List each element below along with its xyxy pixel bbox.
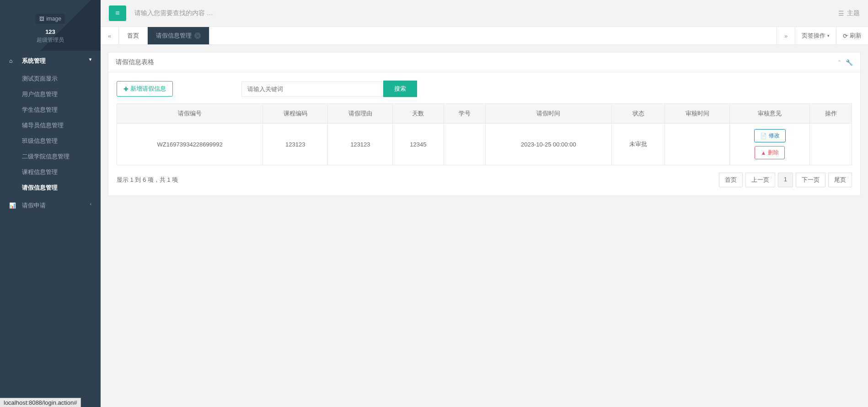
home-icon: ⌂ — [9, 58, 16, 64]
keyword-input[interactable] — [241, 81, 383, 97]
caret-down-icon: ▾ — [827, 33, 830, 38]
content: 请假信息表格 ⌃ 🔧 ✚ 新增请假信息 搜索 — [101, 45, 868, 407]
wrench-icon[interactable]: 🔧 — [846, 59, 853, 66]
data-table: 请假编号 课程编码 请假理由 天数 学号 请假时间 状态 审核时间 审核意见 操… — [117, 103, 852, 165]
col-course-code: 课程编码 — [263, 104, 328, 124]
main: ≡ 请输入您需要查找的内容 … ☰ 主题 « 首页 请假信息管理 ✕ » 页签操… — [101, 0, 868, 407]
tab-ops-label: 页签操作 — [802, 32, 825, 40]
table-info: 显示 1 到 6 项，共 1 项 — [117, 176, 719, 184]
nav-item-test-page[interactable]: 测试页面显示 — [0, 71, 101, 87]
search-button[interactable]: 搜索 — [383, 81, 417, 97]
col-actions: 操作 — [810, 104, 852, 124]
col-leave-id: 请假编号 — [117, 104, 263, 124]
cell-reason: 123123 — [328, 124, 393, 165]
nav-group-label: 系统管理 — [22, 57, 46, 64]
add-label: 新增请假信息 — [130, 85, 166, 93]
profile-name: 123 — [9, 28, 91, 35]
row-actions: 📄 修改 ▲ 删除 — [734, 129, 805, 159]
nav-group-label: 请假申请 — [22, 202, 46, 209]
cell-course-code: 123123 — [263, 124, 328, 165]
chevron-down-icon: ▾ — [89, 57, 91, 62]
tab-leave-mgmt[interactable]: 请假信息管理 ✕ — [148, 27, 209, 44]
plus-icon: ✚ — [123, 86, 129, 92]
nav-item-counselor-mgmt[interactable]: 辅导员信息管理 — [0, 118, 101, 133]
list-icon: ☰ — [838, 10, 844, 17]
panel-head: 请假信息表格 ⌃ 🔧 — [108, 53, 860, 72]
cell-student-id — [444, 124, 485, 165]
cell-leave-id: WZ16973934228699992 — [117, 124, 263, 165]
cell-actions — [810, 124, 852, 165]
tab-scroll-right[interactable]: » — [777, 27, 795, 44]
add-leave-button[interactable]: ✚ 新增请假信息 — [117, 81, 173, 97]
cell-review-comment: 📄 修改 ▲ 删除 — [730, 124, 810, 165]
page-current[interactable]: 1 — [778, 173, 793, 187]
warning-icon: ▲ — [761, 150, 766, 156]
theme-label: 主题 — [847, 9, 860, 17]
cell-review-time — [665, 124, 730, 165]
menu-toggle-button[interactable]: ≡ — [109, 5, 126, 21]
double-right-icon: » — [784, 33, 788, 39]
col-student-id: 学号 — [444, 104, 485, 124]
copy-icon: 📄 — [760, 133, 767, 139]
table-foot: 显示 1 到 6 项，共 1 项 首页 上一页 1 下一页 尾页 — [117, 173, 852, 187]
col-reason: 请假理由 — [328, 104, 393, 124]
tabbar: « 首页 请假信息管理 ✕ » 页签操作 ▾ ⟳ 刷新 — [101, 27, 868, 45]
tab-refresh-label: 刷新 — [850, 32, 862, 40]
refresh-icon: ⟳ — [843, 33, 848, 39]
chart-icon: 📊 — [9, 202, 16, 209]
bars-icon: ≡ — [115, 9, 119, 17]
nav-item-course-mgmt[interactable]: 课程信息管理 — [0, 164, 101, 180]
page-first[interactable]: 首页 — [719, 173, 743, 187]
page-next[interactable]: 下一页 — [796, 173, 825, 187]
edit-label: 修改 — [769, 132, 780, 140]
tab-label: 请假信息管理 — [156, 32, 192, 40]
nav-item-student-mgmt[interactable]: 学生信息管理 — [0, 102, 101, 118]
nav: ⌂ 系统管理 ▾ 测试页面显示 用户信息管理 学生信息管理 辅导员信息管理 班级… — [0, 51, 101, 216]
delete-button[interactable]: ▲ 删除 — [755, 146, 785, 159]
global-search-placeholder[interactable]: 请输入您需要查找的内容 … — [134, 9, 838, 17]
nav-item-user-mgmt[interactable]: 用户信息管理 — [0, 87, 101, 102]
theme-link[interactable]: ☰ 主题 — [838, 9, 860, 17]
nav-sub-system: 测试页面显示 用户信息管理 学生信息管理 辅导员信息管理 班级信息管理 二级学院… — [0, 71, 101, 195]
panel-tools: ⌃ 🔧 — [837, 59, 853, 66]
col-review-comment: 审核意见 — [730, 104, 810, 124]
nav-item-leave-mgmt[interactable]: 请假信息管理 — [0, 180, 101, 195]
tab-ops-dropdown[interactable]: 页签操作 ▾ — [795, 27, 836, 44]
edit-button[interactable]: 📄 修改 — [754, 129, 786, 142]
table-header-row: 请假编号 课程编码 请假理由 天数 学号 请假时间 状态 审核时间 审核意见 操… — [117, 104, 852, 124]
tab-home[interactable]: 首页 — [119, 27, 148, 44]
page-prev[interactable]: 上一页 — [745, 173, 775, 187]
avatar: image — [36, 14, 65, 24]
col-days: 天数 — [393, 104, 444, 124]
tabs: 首页 请假信息管理 ✕ — [119, 27, 777, 44]
topbar: ≡ 请输入您需要查找的内容 … ☰ 主题 — [101, 0, 868, 27]
nav-item-class-mgmt[interactable]: 班级信息管理 — [0, 133, 101, 149]
table-row: WZ16973934228699992 123123 123123 12345 … — [117, 124, 852, 165]
tab-actions: 页签操作 ▾ ⟳ 刷新 — [795, 27, 868, 44]
col-review-time: 审核时间 — [665, 104, 730, 124]
tab-refresh[interactable]: ⟳ 刷新 — [836, 27, 868, 44]
cell-days: 12345 — [393, 124, 444, 165]
panel-body: ✚ 新增请假信息 搜索 请假编号 课程编码 请假理由 天数 学号 — [108, 72, 860, 195]
chevron-left-icon: ‹ — [90, 201, 91, 206]
col-leave-time: 请假时间 — [485, 104, 611, 124]
profile-role: 超级管理员 — [9, 36, 91, 44]
panel: 请假信息表格 ⌃ 🔧 ✚ 新增请假信息 搜索 — [108, 52, 861, 196]
delete-label: 删除 — [768, 149, 779, 157]
cell-status: 未审批 — [611, 124, 665, 165]
panel-title: 请假信息表格 — [116, 58, 837, 66]
sidebar: image 123 超级管理员 ⌂ 系统管理 ▾ 测试页面显示 用户信息管理 学… — [0, 0, 101, 407]
nav-group-leave-apply[interactable]: 📊 请假申请 ‹ — [0, 195, 101, 216]
close-icon[interactable]: ✕ — [194, 33, 201, 39]
page-last[interactable]: 尾页 — [828, 173, 852, 187]
tab-scroll-left[interactable]: « — [101, 27, 119, 44]
col-status: 状态 — [611, 104, 665, 124]
collapse-icon[interactable]: ⌃ — [837, 59, 842, 66]
nav-item-college-mgmt[interactable]: 二级学院信息管理 — [0, 149, 101, 164]
status-bar: localhost:8088/login.action# — [0, 398, 81, 407]
table-toolbar: ✚ 新增请假信息 搜索 — [117, 81, 852, 97]
pager: 首页 上一页 1 下一页 尾页 — [719, 173, 852, 187]
nav-group-system[interactable]: ⌂ 系统管理 ▾ — [0, 51, 101, 71]
double-left-icon: « — [108, 33, 111, 39]
profile-block: image 123 超级管理员 — [0, 0, 101, 51]
